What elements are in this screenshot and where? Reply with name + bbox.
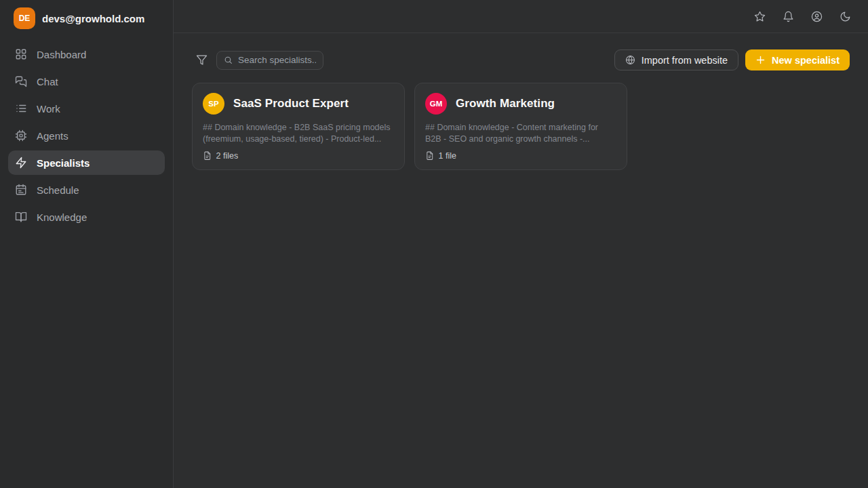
sidebar-item-label: Dashboard — [37, 49, 86, 60]
specialist-title: Growth Marketing — [456, 97, 555, 110]
grid-icon — [15, 48, 27, 60]
specialist-description: ## Domain knowledge - B2B SaaS pricing m… — [203, 122, 394, 144]
calendar-icon — [15, 184, 27, 196]
plus-icon — [755, 55, 766, 65]
sidebar-nav: Dashboard Chat Work Agents Specialists S… — [8, 42, 165, 229]
import-button-label: Import from website — [642, 55, 728, 66]
sidebar-item-label: Schedule — [37, 184, 79, 196]
bell-icon — [783, 11, 794, 22]
specialist-avatar: SP — [203, 93, 224, 115]
sidebar-item-label: Chat — [37, 76, 58, 87]
sidebar-item-work[interactable]: Work — [8, 96, 165, 121]
specialist-card[interactable]: GM Growth Marketing ## Domain knowledge … — [414, 83, 627, 170]
specialists-toolbar: Import from website New specialist — [192, 49, 850, 70]
app-root: DE devs@growhold.com Dashboard Chat Work… — [0, 0, 868, 488]
account-avatar: DE — [14, 7, 35, 29]
funnel-icon — [196, 54, 208, 66]
list-icon — [15, 102, 27, 115]
user-circle-icon — [811, 11, 823, 22]
sidebar-item-label: Work — [37, 103, 60, 115]
file-icon — [203, 151, 212, 161]
favorites-button[interactable] — [750, 7, 769, 26]
sidebar-item-knowledge[interactable]: Knowledge — [8, 205, 165, 229]
sidebar-item-dashboard[interactable]: Dashboard — [8, 42, 165, 66]
notifications-button[interactable] — [778, 7, 797, 26]
moon-icon — [840, 11, 851, 22]
specialist-description: ## Domain knowledge - Content marketing … — [425, 122, 616, 144]
search-input[interactable] — [238, 55, 316, 65]
topbar — [174, 0, 868, 33]
specialist-card-grid: SP SaaS Product Expert ## Domain knowled… — [192, 83, 850, 170]
import-from-website-button[interactable]: Import from website — [614, 49, 738, 70]
filter-button[interactable] — [192, 51, 211, 70]
specialist-card[interactable]: SP SaaS Product Expert ## Domain knowled… — [192, 83, 405, 170]
sidebar-item-agents[interactable]: Agents — [8, 123, 165, 148]
sidebar-item-label: Agents — [37, 130, 68, 142]
sidebar-item-chat[interactable]: Chat — [8, 69, 165, 94]
cpu-icon — [15, 129, 27, 142]
sidebar-item-label: Knowledge — [37, 211, 87, 223]
account-menu[interactable]: DE devs@growhold.com — [8, 7, 165, 30]
sidebar-item-schedule[interactable]: Schedule — [8, 178, 165, 202]
new-specialist-label: New specialist — [772, 55, 840, 66]
sidebar-item-label: Specialists — [37, 157, 90, 169]
chat-icon — [15, 75, 27, 87]
specialist-file-count: 2 files — [216, 151, 239, 161]
sidebar: DE devs@growhold.com Dashboard Chat Work… — [0, 0, 174, 488]
zap-icon — [15, 157, 27, 169]
specialist-avatar: GM — [425, 93, 447, 115]
specialists-content: Import from website New specialist SP Sa… — [174, 33, 868, 488]
sidebar-item-specialists[interactable]: Specialists — [8, 150, 165, 175]
specialist-file-count: 1 file — [439, 151, 456, 161]
new-specialist-button[interactable]: New specialist — [745, 49, 850, 70]
main-area: Import from website New specialist SP Sa… — [174, 0, 868, 488]
theme-toggle-button[interactable] — [835, 7, 854, 26]
star-icon — [754, 11, 766, 22]
account-email: devs@growhold.com — [42, 13, 144, 24]
file-icon — [425, 151, 435, 161]
search-icon — [224, 56, 233, 64]
search-box — [216, 51, 323, 70]
globe-icon — [625, 55, 635, 65]
specialist-title: SaaS Product Expert — [233, 97, 349, 110]
profile-button[interactable] — [807, 7, 826, 26]
book-icon — [15, 211, 27, 223]
